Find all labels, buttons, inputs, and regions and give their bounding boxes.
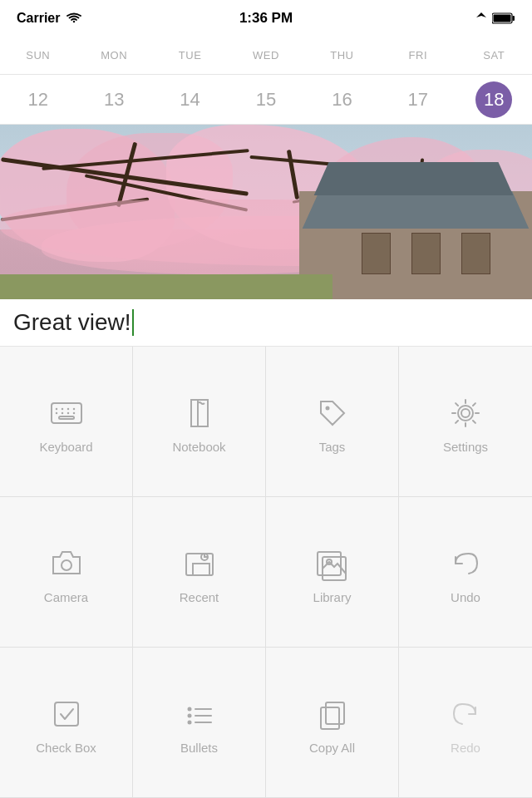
redo-label: Redo xyxy=(451,741,480,755)
cal-date-16[interactable]: 16 xyxy=(304,89,380,111)
tags-icon xyxy=(313,393,352,433)
toolbar-library-button[interactable]: Library xyxy=(266,497,399,648)
calendar-dates-row: 12 13 14 15 16 17 18 xyxy=(0,75,532,125)
text-cursor xyxy=(132,309,134,336)
cal-header-thu: THU xyxy=(304,49,380,62)
status-bar: Carrier 1:36 PM xyxy=(0,0,532,37)
battery-icon xyxy=(492,12,515,24)
svg-point-15 xyxy=(458,406,473,421)
calendar-header: SUN MON TUE WED THU FRI SAT xyxy=(0,37,532,75)
bullets-icon xyxy=(180,694,219,734)
camera-icon xyxy=(47,544,86,584)
svg-rect-1 xyxy=(513,16,515,21)
redo-icon xyxy=(446,694,485,734)
photo-area xyxy=(0,125,532,299)
settings-label: Settings xyxy=(443,440,488,454)
svg-rect-23 xyxy=(55,702,78,726)
notebook-label: Notebook xyxy=(172,440,225,454)
toolbar-camera-button[interactable]: Camera xyxy=(0,497,133,648)
checkbox-icon xyxy=(47,694,86,734)
library-icon xyxy=(313,544,352,584)
toolbar-copyall-button[interactable]: Copy All xyxy=(266,648,399,798)
svg-point-24 xyxy=(187,707,191,711)
location-icon xyxy=(475,12,487,25)
keyboard-icon xyxy=(47,393,86,433)
cal-header-wed: WED xyxy=(228,49,303,62)
status-time: 1:36 PM xyxy=(239,10,293,27)
settings-icon xyxy=(446,393,485,433)
cal-header-sat: SAT xyxy=(456,49,532,62)
toolbar-undo-button[interactable]: Undo xyxy=(399,497,532,648)
recent-icon xyxy=(180,544,219,584)
cal-date-17[interactable]: 17 xyxy=(380,89,456,111)
bullets-label: Bullets xyxy=(180,741,218,755)
cal-header-mon: MON xyxy=(76,49,151,62)
svg-rect-31 xyxy=(321,707,339,729)
cal-header-tue: TUE xyxy=(152,49,228,62)
svg-point-14 xyxy=(461,409,470,417)
toolbar-keyboard-button[interactable]: Keyboard xyxy=(0,347,133,497)
cal-date-15[interactable]: 15 xyxy=(228,89,303,111)
cal-date-12[interactable]: 12 xyxy=(0,89,76,111)
undo-icon xyxy=(446,544,485,584)
main-content: SUN MON TUE WED THU FRI SAT 12 13 14 15 … xyxy=(0,37,532,798)
svg-rect-12 xyxy=(59,416,74,419)
svg-point-13 xyxy=(325,406,329,410)
toolbar-recent-button[interactable]: Recent xyxy=(133,497,266,648)
toolbar-tags-button[interactable]: Tags xyxy=(266,347,399,497)
svg-point-16 xyxy=(62,560,71,570)
svg-rect-18 xyxy=(193,564,209,575)
undo-label: Undo xyxy=(451,590,480,604)
cherry-blossom-bg xyxy=(0,125,532,299)
library-label: Library xyxy=(313,590,352,604)
cal-date-13[interactable]: 13 xyxy=(76,89,151,111)
cal-header-sun: SUN xyxy=(0,49,76,62)
copyall-label: Copy All xyxy=(309,741,355,755)
toolbar-checkbox-button[interactable]: Check Box xyxy=(0,648,133,798)
cal-date-14[interactable]: 14 xyxy=(152,89,228,111)
toolbar: Keyboard Notebook Tags xyxy=(0,347,532,798)
today-circle[interactable]: 18 xyxy=(475,81,512,118)
tags-label: Tags xyxy=(319,440,346,454)
note-text: Great view! xyxy=(13,309,134,336)
toolbar-bullets-button[interactable]: Bullets xyxy=(133,648,266,798)
wifi-icon xyxy=(66,12,81,24)
toolbar-notebook-button[interactable]: Notebook xyxy=(133,347,266,497)
carrier-info: Carrier xyxy=(17,11,81,26)
svg-rect-30 xyxy=(326,702,344,724)
checkbox-label: Check Box xyxy=(36,741,96,755)
copyall-icon xyxy=(313,694,352,734)
toolbar-settings-button[interactable]: Settings xyxy=(399,347,532,497)
recent-label: Recent xyxy=(180,590,219,604)
toolbar-redo-button[interactable]: Redo xyxy=(399,648,532,798)
notebook-icon xyxy=(180,393,219,433)
cal-date-today-wrapper[interactable]: 18 xyxy=(456,81,532,118)
note-text-area[interactable]: Great view! xyxy=(0,299,532,347)
svg-point-26 xyxy=(187,720,191,724)
camera-label: Camera xyxy=(44,590,88,604)
svg-rect-2 xyxy=(494,15,511,22)
carrier-label: Carrier xyxy=(17,11,60,26)
keyboard-label: Keyboard xyxy=(39,440,92,454)
status-right-icons xyxy=(475,12,515,25)
svg-point-25 xyxy=(187,713,191,717)
cal-header-fri: FRI xyxy=(380,49,456,62)
